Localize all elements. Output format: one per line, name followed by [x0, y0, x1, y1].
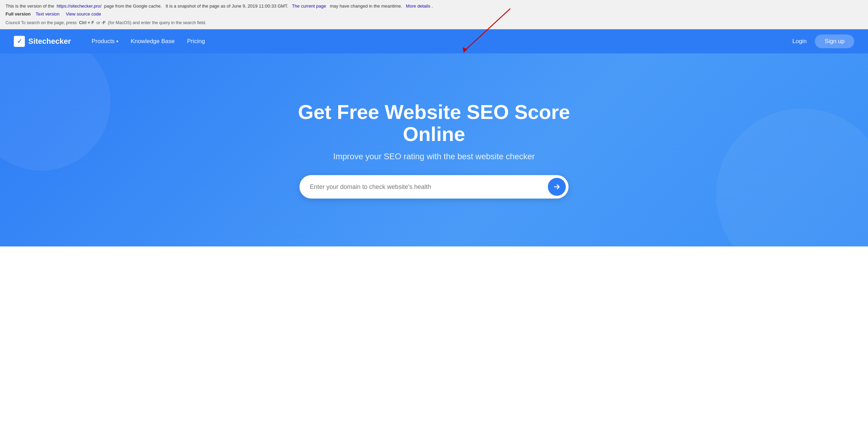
cached-url-link[interactable]: https://sitechecker.pro/: [57, 3, 101, 9]
full-version-label[interactable]: Full version: [6, 11, 31, 17]
mac-tip: (for MacOS) and enter the query in the s…: [108, 20, 206, 25]
logo[interactable]: ✓ Sitechecker: [14, 36, 71, 47]
cache-suffix: page from the Google cache.: [104, 3, 162, 9]
search-submit-button[interactable]: [548, 178, 566, 196]
text-version-link[interactable]: Text version: [36, 11, 59, 17]
nav-products-label: Products: [92, 38, 115, 45]
may-changed-text: may have changed in the meantime.: [330, 3, 402, 9]
domain-search-input[interactable]: [310, 183, 548, 191]
navbar: ✓ Sitechecker Products ▾ Knowledge Base …: [0, 29, 868, 53]
hero-title: Get Free Website SEO Score Online: [279, 101, 589, 145]
navbar-nav: Products ▾ Knowledge Base Pricing: [92, 38, 792, 45]
current-page-link[interactable]: The current page: [292, 3, 326, 9]
nav-pricing-label: Pricing: [187, 38, 205, 45]
snapshot-text: It is a snapshot of the page as of June …: [166, 3, 288, 9]
cache-banner: This is the version of the https://sitec…: [0, 0, 868, 29]
ctrl-f: Ctrl + F: [79, 20, 94, 25]
more-details-link[interactable]: More details .: [406, 3, 433, 9]
domain-search-bar: [299, 175, 569, 199]
tip-prefix: Council To search on the page, press: [6, 20, 77, 25]
logo-checkmark-icon: ✓: [14, 36, 25, 47]
or-text: or: [96, 20, 100, 25]
logo-text: Sitechecker: [28, 37, 71, 46]
cache-prefix: This is the version of the: [6, 3, 54, 9]
view-source-link[interactable]: View source code: [66, 11, 101, 17]
nav-pricing[interactable]: Pricing: [187, 38, 205, 45]
hero-subtitle: Improve your SEO rating with the best we…: [333, 152, 535, 161]
arrow-right-icon: [553, 183, 561, 191]
navbar-actions: Login Sign up: [792, 34, 854, 48]
nav-knowledge-base-label: Knowledge Base: [131, 38, 175, 45]
login-button[interactable]: Login: [792, 38, 807, 45]
chevron-down-icon: ▾: [116, 39, 118, 44]
signup-button[interactable]: Sign up: [815, 34, 854, 48]
nav-knowledge-base[interactable]: Knowledge Base: [131, 38, 175, 45]
hero-section: Get Free Website SEO Score Online Improv…: [0, 53, 868, 246]
nav-products[interactable]: Products ▾: [92, 38, 118, 45]
dash-f: -F: [101, 20, 106, 25]
